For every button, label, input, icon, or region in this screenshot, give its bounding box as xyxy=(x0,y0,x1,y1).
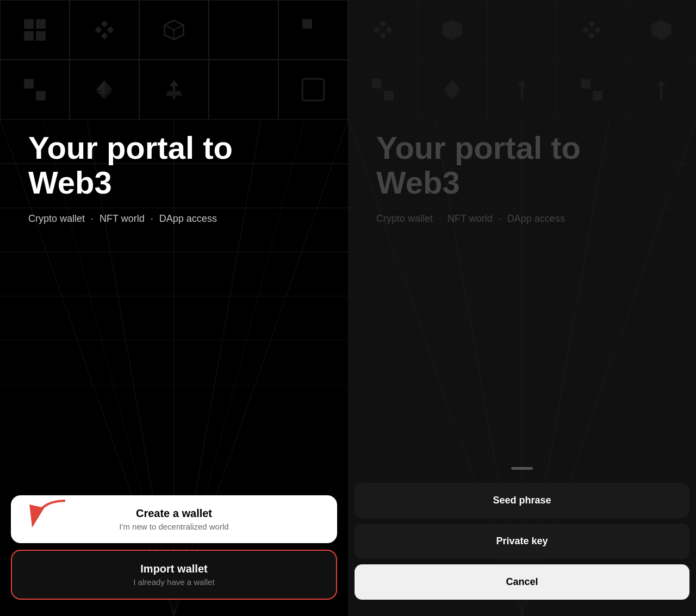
svg-marker-44 xyxy=(588,20,595,27)
road-icon-r2 xyxy=(649,78,673,102)
box-icon-r2 xyxy=(649,18,673,42)
ethereum-icon xyxy=(92,78,116,102)
subtitle-nft: NFT world xyxy=(100,213,145,224)
create-wallet-subtitle: I'm new to decentralized world xyxy=(119,522,228,531)
svg-rect-50 xyxy=(384,91,394,101)
svg-rect-3 xyxy=(36,31,46,41)
action-sheet: Seed phrase Private key Cancel xyxy=(348,467,696,616)
svg-rect-13 xyxy=(24,79,34,89)
binance-icon-r xyxy=(371,18,395,42)
subtitle-dapp-r: DApp access xyxy=(507,213,565,224)
cancel-button[interactable]: Cancel xyxy=(355,564,689,600)
hero-subtitle-left: Crypto wallet · NFT world · DApp access xyxy=(28,213,217,225)
road-icon-r xyxy=(510,78,534,102)
checker-icon-r2 xyxy=(580,78,604,102)
svg-rect-1 xyxy=(36,19,46,29)
svg-marker-47 xyxy=(588,32,595,39)
icon-cell xyxy=(0,60,70,120)
icon-cell-r2 xyxy=(418,0,487,60)
subtitle-nft-r: NFT world xyxy=(448,213,493,224)
box-icon xyxy=(162,18,186,42)
svg-rect-12 xyxy=(302,19,312,29)
icon-cell xyxy=(139,0,209,60)
svg-marker-52 xyxy=(444,80,452,92)
grid-icon-partial xyxy=(301,18,325,42)
svg-marker-15 xyxy=(104,80,113,92)
svg-rect-58 xyxy=(593,91,602,101)
svg-rect-21 xyxy=(302,79,324,101)
svg-rect-14 xyxy=(36,91,46,101)
svg-marker-5 xyxy=(107,26,114,33)
svg-marker-4 xyxy=(101,20,108,27)
icon-cell-r5 xyxy=(626,0,696,60)
hero-content-right: Your portal to Web3 Crypto wallet · NFT … xyxy=(348,130,696,225)
icon-cell xyxy=(139,60,209,120)
icon-cell xyxy=(278,0,348,60)
svg-line-9 xyxy=(164,25,174,30)
icon-cell-r3 xyxy=(487,0,557,60)
icon-cell xyxy=(278,60,348,120)
private-key-button[interactable]: Private key xyxy=(355,524,689,559)
icon-cell-r4 xyxy=(557,0,626,60)
red-arrow-indicator xyxy=(22,495,71,536)
grid-icon xyxy=(23,18,47,42)
icon-cell-r6 xyxy=(348,60,418,120)
seed-phrase-button[interactable]: Seed phrase xyxy=(355,483,689,518)
checker-icon-r xyxy=(371,78,395,102)
svg-marker-36 xyxy=(379,20,386,27)
svg-marker-37 xyxy=(385,26,392,33)
dot-1: · xyxy=(91,213,94,224)
binance-icon xyxy=(92,18,116,42)
svg-marker-46 xyxy=(582,26,589,33)
icon-cell-r8 xyxy=(487,60,557,120)
icon-cell xyxy=(0,0,70,60)
create-wallet-title: Create a wallet xyxy=(136,507,212,520)
ethereum-icon-r xyxy=(440,78,464,102)
icon-cell-r1 xyxy=(348,0,418,60)
svg-marker-7 xyxy=(101,32,108,39)
subtitle-dapp: DApp access xyxy=(159,213,217,224)
icon-cell-r9 xyxy=(557,60,626,120)
svg-marker-48 xyxy=(651,20,670,39)
left-panel: Your portal to Web3 Crypto wallet · NFT … xyxy=(0,0,348,616)
subtitle-crypto-r: Crypto wallet xyxy=(376,213,433,224)
dot-r2: · xyxy=(499,213,501,224)
sheet-handle xyxy=(511,467,533,470)
import-wallet-subtitle: I already have a wallet xyxy=(133,577,214,587)
icon-cell-r7 xyxy=(418,60,487,120)
dot-2: · xyxy=(151,213,153,224)
svg-marker-6 xyxy=(95,26,102,33)
hero-subtitle-right: Crypto wallet · NFT world · DApp access xyxy=(376,213,565,225)
svg-marker-45 xyxy=(594,26,601,33)
svg-marker-38 xyxy=(373,26,380,33)
checker-icon xyxy=(23,78,47,102)
svg-rect-2 xyxy=(24,31,34,41)
svg-rect-49 xyxy=(372,79,382,89)
road-icon xyxy=(162,78,186,102)
icon-cell xyxy=(70,0,139,60)
hero-title-right: Your portal to Web3 xyxy=(376,130,668,200)
svg-marker-39 xyxy=(379,32,386,39)
box-icon-r xyxy=(440,18,464,42)
binance-icon-r2 xyxy=(580,18,604,42)
svg-marker-51 xyxy=(452,80,461,92)
right-panel: Your portal to Web3 Crypto wallet · NFT … xyxy=(348,0,696,616)
svg-rect-57 xyxy=(581,79,591,89)
hero-title-left: Your portal to Web3 xyxy=(28,130,320,200)
icon-grid-left xyxy=(0,0,348,120)
icon-cell xyxy=(209,0,278,60)
icon-cell xyxy=(209,60,278,120)
partial-box-icon xyxy=(301,78,325,102)
import-wallet-title: Import wallet xyxy=(140,563,207,575)
icon-cell-r10 xyxy=(626,60,696,120)
icon-cell xyxy=(70,60,139,120)
svg-rect-0 xyxy=(24,19,34,29)
import-wallet-card[interactable]: Import wallet I already have a wallet xyxy=(11,550,337,600)
dot-r1: · xyxy=(439,213,442,224)
subtitle-crypto: Crypto wallet xyxy=(28,213,85,224)
svg-line-10 xyxy=(174,25,184,30)
hero-content-left: Your portal to Web3 Crypto wallet · NFT … xyxy=(0,130,348,225)
icon-grid-right xyxy=(348,0,696,120)
svg-marker-16 xyxy=(96,80,104,92)
